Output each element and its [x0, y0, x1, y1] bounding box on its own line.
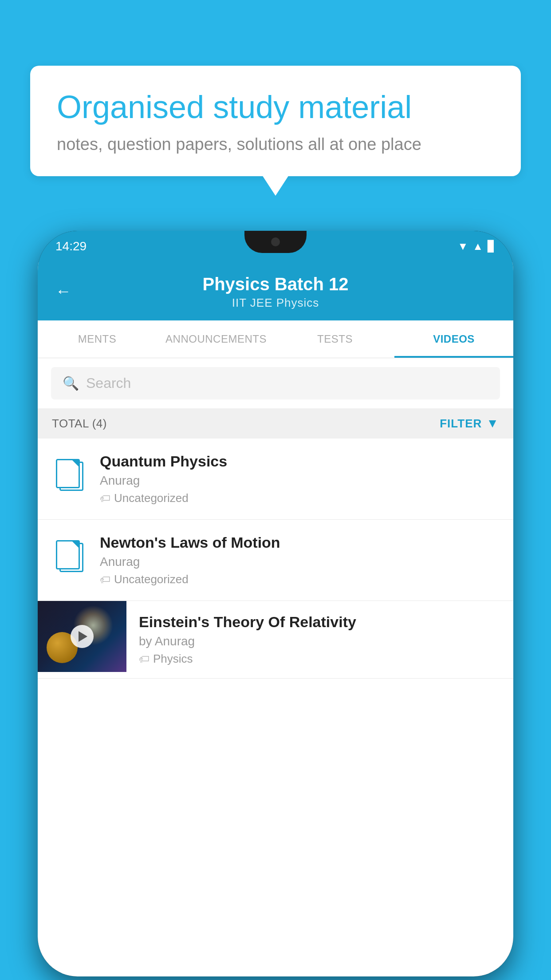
- file-icon: [56, 539, 83, 572]
- item-tag: 🏷 Uncategorized: [100, 491, 499, 505]
- tag-label: Physics: [153, 652, 193, 666]
- tab-videos[interactable]: VIDEOS: [394, 320, 513, 358]
- item-author: by Anurag: [139, 634, 499, 648]
- file-icon: [56, 458, 83, 491]
- item-author: Anurag: [100, 555, 499, 569]
- phone-screen: ← Physics Batch 12 IIT JEE Physics MENTS…: [38, 262, 513, 976]
- play-icon: [79, 631, 87, 642]
- search-container: 🔍 Search: [38, 358, 513, 408]
- item-icon-wrap: [52, 536, 87, 576]
- tag-icon: 🏷: [139, 653, 150, 665]
- status-time: 14:29: [55, 239, 87, 253]
- phone-frame: 14:29 ▼ ▲ ▊ ← Physics Batch 12 IIT JEE P…: [38, 231, 513, 976]
- item-title: Einstein's Theory Of Relativity: [139, 613, 499, 631]
- item-title: Quantum Physics: [100, 453, 499, 470]
- front-camera: [271, 237, 280, 246]
- total-count: TOTAL (4): [52, 417, 107, 431]
- item-tag: 🏷 Physics: [139, 652, 499, 666]
- header-title: Physics Batch 12: [202, 274, 348, 294]
- item-content: Newton's Laws of Motion Anurag 🏷 Uncateg…: [100, 534, 499, 586]
- tag-label: Uncategorized: [114, 491, 189, 505]
- item-content: Quantum Physics Anurag 🏷 Uncategorized: [100, 453, 499, 505]
- item-content: Einstein's Theory Of Relativity by Anura…: [126, 601, 499, 678]
- list-container: Quantum Physics Anurag 🏷 Uncategorized: [38, 439, 513, 679]
- tab-tests[interactable]: TESTS: [276, 320, 394, 358]
- filter-icon: ▼: [486, 416, 499, 431]
- item-thumbnail: [38, 601, 126, 672]
- search-icon: 🔍: [63, 375, 79, 391]
- signal-icon: ▲: [472, 240, 483, 253]
- tag-label: Uncategorized: [114, 573, 189, 586]
- bubble-subtitle: notes, question papers, solutions all at…: [57, 135, 494, 154]
- item-tag: 🏷 Uncategorized: [100, 573, 499, 586]
- status-icons: ▼ ▲ ▊: [457, 240, 496, 253]
- item-title: Newton's Laws of Motion: [100, 534, 499, 551]
- speech-bubble-container: Organised study material notes, question…: [30, 66, 521, 176]
- filter-button[interactable]: FILTER ▼: [440, 416, 499, 431]
- play-button[interactable]: [71, 625, 94, 648]
- search-placeholder: Search: [86, 375, 131, 391]
- wifi-icon: ▼: [457, 240, 468, 253]
- header-subtitle: IIT JEE Physics: [232, 296, 319, 310]
- battery-icon: ▊: [488, 240, 496, 253]
- list-item[interactable]: Newton's Laws of Motion Anurag 🏷 Uncateg…: [38, 520, 513, 601]
- bubble-title: Organised study material: [57, 88, 494, 126]
- file-icon-front: [56, 459, 80, 488]
- filter-label: FILTER: [440, 417, 482, 431]
- search-bar[interactable]: 🔍 Search: [51, 367, 500, 399]
- filter-bar: TOTAL (4) FILTER ▼: [38, 408, 513, 439]
- tab-ments[interactable]: MENTS: [38, 320, 157, 358]
- tag-icon: 🏷: [100, 492, 110, 505]
- tag-icon: 🏷: [100, 573, 110, 586]
- phone-notch: [244, 231, 307, 253]
- tab-announcements[interactable]: ANNOUNCEMENTS: [157, 320, 276, 358]
- list-item[interactable]: Quantum Physics Anurag 🏷 Uncategorized: [38, 439, 513, 520]
- file-icon-front: [56, 540, 80, 569]
- tabs-bar: MENTS ANNOUNCEMENTS TESTS VIDEOS: [38, 320, 513, 358]
- list-item[interactable]: Einstein's Theory Of Relativity by Anura…: [38, 601, 513, 679]
- status-bar: 14:29 ▼ ▲ ▊: [38, 231, 513, 262]
- item-icon-wrap: [52, 454, 87, 494]
- item-author: Anurag: [100, 474, 499, 488]
- app-header: ← Physics Batch 12 IIT JEE Physics: [38, 262, 513, 320]
- speech-bubble: Organised study material notes, question…: [30, 66, 521, 176]
- back-button[interactable]: ←: [55, 282, 71, 300]
